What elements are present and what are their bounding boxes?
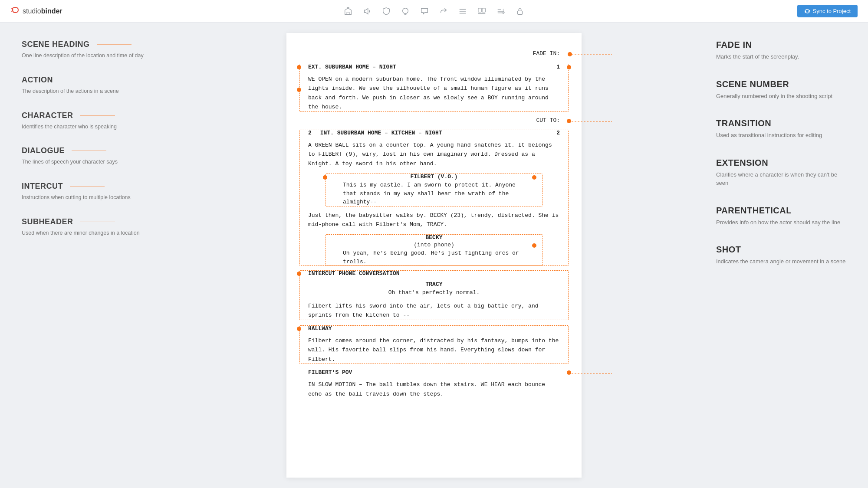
intercut-text: INTERCUT PHONE CONVERSATION [308, 270, 560, 277]
dialogue2: Oh yeah, he's being good. He's just figh… [308, 249, 560, 266]
scene2-heading-line: 2INT. SUBURBAN HOME – KITCHEN – NIGHT 2 [308, 130, 560, 136]
scene2-number-right: 2 [556, 130, 560, 136]
scene2-action: A GREEN BALL sits on a counter top. A yo… [308, 141, 560, 168]
sidebar-title-subheader: SUBHEADER [22, 217, 152, 226]
dot-char1-right [532, 175, 536, 180]
right-title-transition: TRANSITION [716, 118, 846, 128]
scene2-heading: INT. SUBURBAN HOME – KITCHEN – NIGHT [320, 130, 442, 136]
char2-name: BECKY [308, 234, 560, 241]
main-layout: SCENE HEADING One line description of th… [0, 23, 868, 488]
sort-icon[interactable] [496, 7, 505, 16]
char3-name: TRACY [308, 281, 560, 288]
sidebar-desc-dialogue: The lines of speech your character says [22, 158, 152, 166]
dialogue1: This is my castle. I am sworn to protect… [308, 181, 560, 206]
right-desc-extension: Clarifies where a character is when they… [716, 170, 846, 187]
scene1-action: WE OPEN on a modern suburban home. The f… [308, 75, 560, 112]
scene2-number-left: 2 [308, 130, 312, 136]
right-item-scene-number: SCENE NUMBER Generally numbered only in … [716, 79, 846, 101]
scene1-number: 1 [556, 64, 560, 70]
list-icon[interactable] [458, 7, 467, 16]
sidebar-item-intercut: INTERCUT Instructions when cutting to mu… [22, 182, 152, 202]
sidebar-title-character: CHARACTER [22, 111, 152, 120]
right-desc-fade-in: Marks the start of the screenplay. [716, 52, 846, 61]
right-desc-shot: Indicates the camera angle or movement i… [716, 257, 846, 266]
svg-rect-11 [518, 11, 523, 14]
intercut-block: INTERCUT PHONE CONVERSATION TRACY Oh tha… [308, 270, 560, 320]
card-icon[interactable] [477, 7, 486, 16]
line-shot [569, 373, 616, 374]
line-fade-in [569, 54, 616, 55]
dialogue3: Oh that's perfectly normal. [308, 288, 560, 297]
shot-text: FILBERT'S POV [308, 369, 560, 376]
fade-in-line: FADE IN: [308, 50, 560, 57]
logo-icon [10, 5, 20, 17]
right-desc-parenthetical: Provides info on how the actor should sa… [716, 218, 846, 227]
right-item-extension: EXTENSION Clarifies where a character is… [716, 158, 846, 187]
scene1-heading-line: EXT. SUBURBAN HOME – NIGHT 1 [308, 64, 560, 70]
dot-fade-in [568, 52, 572, 56]
sidebar-desc-scene-heading: One line description of the location and… [22, 52, 152, 60]
left-sidebar: SCENE HEADING One line description of th… [0, 23, 165, 488]
action5: IN SLOW MOTION – The ball tumbles down t… [308, 380, 560, 399]
lock-icon[interactable] [516, 7, 524, 16]
sidebar-item-action: ACTION The description of the actions in… [22, 75, 152, 95]
sidebar-title-scene-heading: SCENE HEADING [22, 40, 152, 49]
svg-point-1 [403, 8, 408, 13]
right-title-parenthetical: PARENTHETICAL [716, 206, 846, 216]
center-area: FADE IN: EXT. SUBURBAN HOME – NIGHT 1 [165, 23, 703, 488]
fade-in-text: FADE IN: [533, 50, 560, 57]
scene2-block: 2INT. SUBURBAN HOME – KITCHEN – NIGHT 2 … [308, 130, 560, 266]
sidebar-title-intercut: INTERCUT [22, 182, 152, 191]
script-paper: FADE IN: EXT. SUBURBAN HOME – NIGHT 1 [286, 33, 582, 478]
char2-block: BECKY (into phone) Oh yeah, he's being g… [308, 234, 560, 266]
dot-char1 [323, 175, 327, 180]
action4: Filbert comes around the corner, distrac… [308, 336, 560, 364]
dot-scene1-number [567, 65, 571, 69]
sidebar-item-subheader: SUBHEADER Used when there are minor chan… [22, 217, 152, 237]
right-title-fade-in: FADE IN [716, 40, 846, 50]
sidebar-desc-subheader: Used when there are minor changes in a l… [22, 229, 152, 237]
action2: Just then, the babysitter walks by. BECK… [308, 211, 560, 229]
right-title-extension: EXTENSION [716, 158, 846, 168]
comment-icon[interactable] [420, 7, 429, 16]
subheader-block: HALLWAY Filbert comes around the corner,… [308, 325, 560, 364]
paren1: (into phone) [308, 242, 560, 248]
svg-rect-5 [478, 8, 481, 12]
transition-line: CUT TO: [308, 117, 560, 124]
line-transition [569, 121, 616, 122]
dot-intercut [297, 272, 301, 276]
right-item-parenthetical: PARENTHETICAL Provides info on how the a… [716, 206, 846, 227]
redo-icon[interactable] [439, 7, 448, 16]
action3: Filbert lifts his sword into the air, le… [308, 301, 560, 320]
sidebar-desc-action: The description of the actions in a scen… [22, 87, 152, 95]
sync-button[interactable]: Sync to Project [797, 5, 858, 17]
sidebar-title-action: ACTION [22, 75, 152, 85]
sidebar-desc-character: Identifies the character who is speaking [22, 123, 152, 131]
sidebar-desc-intercut: Instructions when cutting to multiple lo… [22, 193, 152, 202]
shield-icon[interactable] [382, 7, 391, 16]
right-sidebar: FADE IN Marks the start of the screenpla… [703, 23, 868, 488]
sidebar-item-scene-heading: SCENE HEADING One line description of th… [22, 40, 152, 60]
transition-text: CUT TO: [536, 117, 560, 124]
scene1-block: EXT. SUBURBAN HOME – NIGHT 1 WE OPEN on … [308, 64, 560, 112]
right-desc-scene-number: Generally numbered only in the shooting … [716, 92, 846, 101]
dot-scene1-action [297, 88, 301, 92]
sidebar-item-dialogue: DIALOGUE The lines of speech your charac… [22, 146, 152, 166]
logo: studiobinder [10, 5, 62, 17]
right-item-fade-in: FADE IN Marks the start of the screenpla… [716, 40, 846, 61]
topnav: studiobinder [0, 0, 868, 23]
dot-transition [567, 119, 571, 123]
dot-shot [567, 370, 571, 375]
nav-icons [344, 7, 524, 16]
sidebar-title-dialogue: DIALOGUE [22, 146, 152, 155]
bubble-icon[interactable] [401, 7, 410, 16]
char1-block: FILBERT (V.O.) This is my castle. I am s… [308, 174, 560, 206]
right-title-shot: SHOT [716, 245, 846, 255]
svg-marker-0 [345, 8, 352, 14]
right-item-transition: TRANSITION Used as transitional instruct… [716, 118, 846, 140]
scene-icon[interactable] [344, 7, 352, 16]
right-item-shot: SHOT Indicates the camera angle or movem… [716, 245, 846, 266]
svg-rect-6 [482, 8, 485, 12]
megaphone-icon[interactable] [363, 7, 372, 16]
dot-scene1-heading [297, 65, 301, 69]
